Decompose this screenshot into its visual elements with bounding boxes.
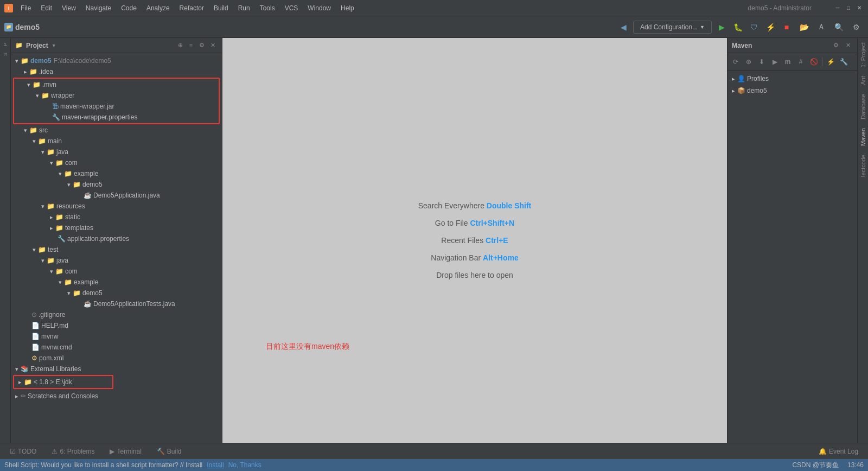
tree-item-src[interactable]: ▾ 📁 src (11, 125, 222, 136)
debug-button[interactable]: 🐛 (730, 20, 745, 35)
maven-add-button[interactable]: ⊕ (743, 56, 755, 68)
tree-item-com-test[interactable]: ▾ 📁 com (11, 266, 222, 277)
maven-demo5-item[interactable]: ▸ 📦 demo5 (727, 85, 857, 97)
tree-item-maven-wrapper-props[interactable]: 🔧 maven-wrapper.properties (14, 112, 219, 123)
tree-item-external-libs[interactable]: ▾ 📚 External Libraries (11, 364, 222, 374)
menu-window[interactable]: Window (303, 3, 335, 13)
menu-tools[interactable]: Tools (256, 3, 279, 13)
problems-tab[interactable]: ⚠ 6: Problems (46, 445, 100, 457)
maximize-button[interactable]: □ (844, 4, 853, 12)
collapse-button[interactable]: ≡ (186, 41, 196, 50)
menu-navigate[interactable]: Navigate (81, 3, 116, 13)
tree-item-idea[interactable]: ▸ 📁 .idea (11, 66, 222, 77)
tree-item-maven-wrapper-jar[interactable]: 🗜 maven-wrapper.jar (14, 101, 219, 112)
application-props-label: application.properties (67, 235, 129, 243)
minimize-button[interactable]: ─ (833, 4, 842, 12)
tree-item-gitignore[interactable]: ⊙ .gitignore (11, 309, 222, 320)
search-button[interactable]: 🔍 (831, 20, 846, 35)
translate-button[interactable]: Ａ (814, 20, 829, 35)
tree-item-resources[interactable]: ▾ 📁 resources (11, 201, 222, 212)
structure-strip-button[interactable]: S (1, 50, 10, 59)
right-tab-ant[interactable]: Ant (858, 72, 868, 90)
tree-item-application-props[interactable]: 🔧 application.properties (11, 233, 222, 244)
maven-wrench-button[interactable]: 🔧 (838, 56, 850, 68)
project-panel-header: 📁 Project ▼ ⊕ ≡ ⚙ ✕ (11, 38, 222, 53)
menu-file[interactable]: File (16, 3, 35, 13)
run-button[interactable]: ▶ (714, 20, 729, 35)
menu-edit[interactable]: Edit (36, 3, 56, 13)
right-tab-iectcode[interactable]: Iectcode (858, 150, 868, 182)
maven-refresh-button[interactable]: ⟳ (730, 56, 742, 68)
menu-refactor[interactable]: Refactor (175, 3, 208, 13)
menu-run[interactable]: Run (234, 3, 254, 13)
maven-settings-button[interactable]: ⚙ (831, 41, 841, 50)
status-install-link[interactable]: Install (207, 461, 224, 469)
tree-item-demo5-application[interactable]: ☕ Demo5Application.java (11, 190, 222, 201)
settings-button[interactable]: ⚙ (848, 20, 864, 35)
tree-item-demo5-main[interactable]: ▾ 📁 demo5 (11, 179, 222, 190)
tree-item-mvnw[interactable]: 📄 mvnw (11, 331, 222, 342)
navigate-back-icon[interactable]: ◀ (616, 20, 631, 35)
tree-item-example-test[interactable]: ▾ 📁 example (11, 277, 222, 288)
tree-item-root[interactable]: ▾ 📁 demo5 F:\idea\code\demo5 (11, 55, 222, 66)
add-button[interactable]: ⊕ (175, 41, 185, 50)
maven-icon-hash[interactable]: # (795, 56, 807, 68)
close-button[interactable]: ✕ (855, 4, 864, 12)
maven-profiles-item[interactable]: ▸ 👤 Profiles (727, 73, 857, 85)
menu-help[interactable]: Help (336, 3, 359, 13)
tree-item-main[interactable]: ▾ 📁 main (11, 136, 222, 147)
resources-label: resources (56, 202, 85, 210)
maven-skip-test-button[interactable]: 🚫 (808, 56, 820, 68)
maven-download-button[interactable]: ⬇ (756, 56, 768, 68)
menu-build[interactable]: Build (209, 3, 233, 13)
example-folder-icon: 📁 (64, 170, 72, 177)
add-configuration-button[interactable]: Add Configuration... ▼ (633, 21, 712, 34)
open-files-button[interactable]: 📂 (796, 20, 812, 35)
static-label: static (65, 213, 80, 221)
right-tab-todo[interactable]: 1: Project (858, 38, 868, 72)
maven-close-button[interactable]: ✕ (843, 41, 853, 50)
menu-vcs[interactable]: VCS (280, 3, 303, 13)
coverage-button[interactable]: 🛡 (746, 20, 762, 35)
example-label: example (74, 170, 98, 177)
event-log-button[interactable]: 🔔 Event Log (813, 445, 864, 457)
close-panel-button[interactable]: ✕ (208, 41, 218, 50)
menu-analyze[interactable]: Analyze (142, 3, 174, 13)
tree-item-com[interactable]: ▾ 📁 com (11, 157, 222, 168)
build-tab[interactable]: 🔨 Build (151, 445, 187, 457)
maven-tool-extra-button[interactable]: ⚡ (825, 56, 837, 68)
tree-item-java-test[interactable]: ▾ 📁 java (11, 255, 222, 266)
tree-item-pom-xml[interactable]: ⚙ pom.xml (11, 353, 222, 364)
stop-button[interactable]: ■ (779, 20, 794, 35)
tree-item-static[interactable]: ▸ 📁 static (11, 212, 222, 222)
menu-view[interactable]: View (58, 3, 80, 13)
tree-item-templates[interactable]: ▸ 📁 templates (11, 222, 222, 233)
tree-item-jdk[interactable]: ▸ 📁 < 1.8 > E:\jdk (14, 377, 112, 387)
project-strip-button[interactable]: P (1, 40, 10, 49)
tree-item-demo5-tests[interactable]: ☕ Demo5ApplicationTests.java (11, 298, 222, 309)
tree-item-test[interactable]: ▾ 📁 test (11, 244, 222, 255)
tree-item-help-md[interactable]: 📄 HELP.md (11, 320, 222, 331)
mvnw-icon: 📄 (31, 333, 40, 340)
status-dismiss-link[interactable]: No, Thanks (228, 461, 261, 469)
profile-button[interactable]: ⚡ (763, 20, 778, 35)
problems-label: 6: Problems (60, 448, 94, 455)
right-tab-maven[interactable]: Maven (858, 124, 868, 150)
maven-run-button[interactable]: ▶ (769, 56, 781, 68)
right-tab-database[interactable]: Database (858, 90, 868, 124)
menu-code[interactable]: Code (117, 3, 141, 13)
tree-item-wrapper[interactable]: ▾ 📁 wrapper (14, 90, 219, 101)
tree-item-demo5-test[interactable]: ▾ 📁 demo5 (11, 288, 222, 298)
tree-item-example[interactable]: ▾ 📁 example (11, 168, 222, 179)
terminal-tab[interactable]: ▶ Terminal (104, 445, 146, 457)
tree-item-java-main[interactable]: ▾ 📁 java (11, 147, 222, 157)
gear-icon[interactable]: ⚙ (197, 41, 207, 50)
tree-item-mvnw-cmd[interactable]: 📄 mvnw.cmd (11, 342, 222, 353)
project-panel-title: Project (26, 42, 48, 49)
todo-tab[interactable]: ☑ TODO (4, 445, 42, 457)
mvnw-cmd-icon: 📄 (31, 343, 40, 351)
tree-item-scratches[interactable]: ▸ ✏ Scratches and Consoles (11, 391, 222, 402)
maven-icon-m[interactable]: m (782, 56, 794, 68)
tree-item-mvn[interactable]: ▾ 📁 .mvn (14, 79, 219, 90)
jar-label: maven-wrapper.jar (60, 103, 114, 110)
